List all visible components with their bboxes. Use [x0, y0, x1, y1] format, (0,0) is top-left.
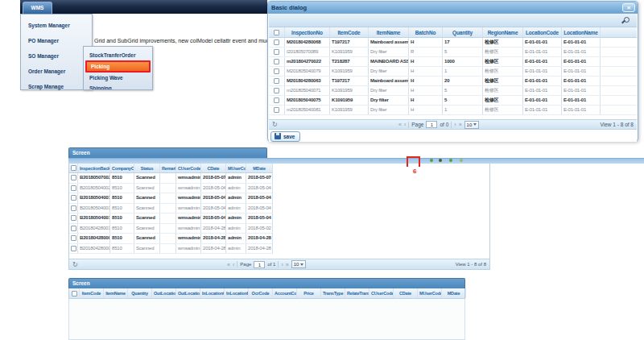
table-row[interactable]: M201805040075 K1091959 Dry filter H 5 检修…	[269, 96, 637, 106]
select-all-checkbox[interactable]	[71, 165, 76, 171]
row-checkbox[interactable]	[274, 49, 279, 55]
row-checkbox[interactable]	[71, 175, 76, 180]
row-checkbox[interactable]	[71, 235, 76, 241]
column-header[interactable]: Quantity	[443, 27, 483, 37]
prev-page-icon[interactable]: ‹	[233, 262, 234, 267]
row-checkbox[interactable]	[71, 246, 76, 251]
rows-per-page-select[interactable]: 10	[291, 260, 307, 268]
menu-item[interactable]: SO Manager	[21, 48, 92, 64]
column-header[interactable]: ItemCode	[330, 27, 369, 37]
table-row[interactable]: B201804280008 8510 Scanned wmsadmin 2018…	[69, 234, 272, 244]
menu-item[interactable]: Scrap Manage	[21, 79, 92, 94]
row-checkbox[interactable]	[71, 226, 76, 231]
tab-wms[interactable]: WMS	[23, 2, 52, 14]
column-header[interactable]: ItemName	[104, 288, 128, 298]
submenu-item[interactable]: Shipping	[84, 83, 152, 90]
row-checkbox[interactable]	[274, 88, 279, 93]
table-row[interactable]: B201805040018 8510 Scanned wmsadmin 2018…	[69, 204, 272, 214]
submenu-item[interactable]: StockTranferOrder	[84, 50, 152, 60]
menu-item[interactable]: System Manager	[21, 18, 92, 33]
menu-item[interactable]: Order Manager	[21, 64, 92, 79]
column-header[interactable]: MDate	[442, 288, 466, 298]
row-checkbox[interactable]	[71, 195, 76, 201]
table-row[interactable]: B201804280011 8510 Scanned wmsadmin 2018…	[69, 224, 272, 234]
column-header[interactable]: MUserCode	[226, 164, 246, 172]
page-input[interactable]: 1	[426, 121, 437, 128]
table-row[interactable]: B201804280007 8510 Scanned wmsadmin 2018…	[69, 244, 272, 255]
column-header[interactable]: LocationCode	[523, 27, 562, 37]
select-all-checkbox[interactable]	[72, 291, 77, 296]
rows-per-page-select[interactable]: 10	[464, 121, 480, 129]
row-checkbox[interactable]	[274, 97, 279, 103]
table-row[interactable]: B201805040017 8510 Scanned wmsadmin 2018…	[69, 214, 272, 224]
next-page-icon[interactable]: ›	[281, 262, 283, 267]
last-page-icon[interactable]: »	[286, 262, 289, 267]
column-header[interactable]: OutLocationCo	[152, 288, 176, 298]
column-header[interactable]: OutLocationNa	[176, 288, 200, 298]
row-checkbox[interactable]	[274, 68, 279, 74]
column-header[interactable]: OcrCode	[249, 288, 273, 298]
column-header[interactable]: CDate	[201, 164, 226, 172]
row-checkbox[interactable]	[274, 107, 279, 113]
table-row[interactable]: M201805040079 K1091959 Dry filter H 1 检修…	[269, 67, 637, 77]
table-row[interactable]: B201805040023 8510 Scanned wmsadmin 2018…	[69, 184, 272, 194]
column-header[interactable]: CUserCode	[176, 164, 201, 172]
submenu-item[interactable]: Picking Wave	[84, 73, 152, 83]
table-row[interactable]: m201805040071 K1091959 Dry filter H 5 检修…	[269, 86, 637, 96]
row-checkbox[interactable]	[274, 59, 279, 64]
column-header[interactable]: TransType	[321, 288, 345, 298]
column-header[interactable]: Price	[297, 288, 321, 298]
table-row[interactable]: B201805070028 8510 Scanned wmsadmin 2018…	[69, 173, 272, 184]
first-page-icon[interactable]: «	[398, 122, 402, 127]
column-header[interactable]: InspectionBack	[78, 164, 110, 172]
row-checkbox[interactable]	[71, 185, 76, 191]
light-green-dot-icon[interactable]	[460, 159, 463, 162]
column-header[interactable]: RegionName	[483, 27, 523, 37]
column-header[interactable]: LocationName	[562, 27, 601, 37]
submenu-item[interactable]: Picking	[85, 60, 151, 73]
close-icon[interactable]: ×	[622, 3, 635, 12]
table-row[interactable]: m201805040081 K1091959 Dry filter H 1 检修…	[269, 106, 637, 115]
table-row[interactable]: M201804280068 T197217 Mainboard assem H …	[269, 38, 637, 48]
refresh-icon[interactable]: ↻	[272, 121, 278, 128]
dialog-titlebar[interactable]: Basic dialog	[268, 2, 638, 14]
table-row[interactable]: I201805070089 K1091959 Dry filter R 5 检修…	[269, 48, 637, 57]
column-header[interactable]: MDate	[246, 164, 273, 172]
first-page-icon[interactable]: «	[227, 262, 230, 267]
table-row[interactable]: B201805040019 8510 Scanned wmsadmin 2018…	[69, 193, 272, 204]
page-input[interactable]: 1	[254, 261, 265, 268]
search-icon[interactable]	[624, 17, 630, 23]
row-checkbox[interactable]	[274, 39, 279, 45]
column-header[interactable]: MUserCode	[418, 288, 442, 298]
menu-item[interactable]: PO Manager	[21, 33, 92, 48]
last-page-icon[interactable]: »	[459, 122, 462, 127]
refresh-icon[interactable]: ↻	[72, 261, 78, 268]
row-checkbox[interactable]	[274, 78, 279, 84]
green-dot-icon[interactable]	[430, 159, 433, 162]
column-header[interactable]: Quantity	[128, 288, 152, 298]
detail-window-titlebar[interactable]: Screen	[68, 278, 465, 288]
column-header[interactable]: ItemCode	[80, 288, 104, 298]
inspection-window-titlebar[interactable]: Screen	[68, 147, 267, 158]
prev-page-icon[interactable]: ‹	[404, 122, 406, 127]
green-dot-icon[interactable]	[449, 159, 452, 162]
column-header[interactable]: BatchNo	[409, 27, 443, 37]
column-header[interactable]: Remark	[160, 164, 176, 172]
select-all-checkbox[interactable]	[274, 30, 279, 35]
column-header[interactable]: InspectionNo	[285, 27, 330, 37]
next-page-icon[interactable]: ›	[454, 122, 456, 127]
column-header[interactable]: InLocationNam	[225, 288, 249, 298]
save-button[interactable]: save	[270, 131, 300, 142]
column-header[interactable]: Status	[134, 164, 160, 172]
column-header[interactable]: InLocationCod	[200, 288, 225, 298]
row-checkbox[interactable]	[71, 215, 76, 221]
table-row[interactable]: m201804270022 T218287 MAINBOARD ASSE H 1…	[269, 57, 637, 67]
column-header[interactable]: RelateTransCo	[345, 288, 369, 298]
table-row[interactable]: M201804280063 T197217 Mainboard assem H …	[269, 77, 637, 86]
dark-dot-icon[interactable]	[439, 159, 442, 162]
row-checkbox[interactable]	[71, 205, 76, 211]
column-header[interactable]: AccountCode	[273, 288, 297, 298]
column-header[interactable]: CDate	[394, 288, 418, 298]
column-header[interactable]: CUserCode	[369, 288, 394, 298]
column-header[interactable]: ItemName	[369, 27, 409, 37]
